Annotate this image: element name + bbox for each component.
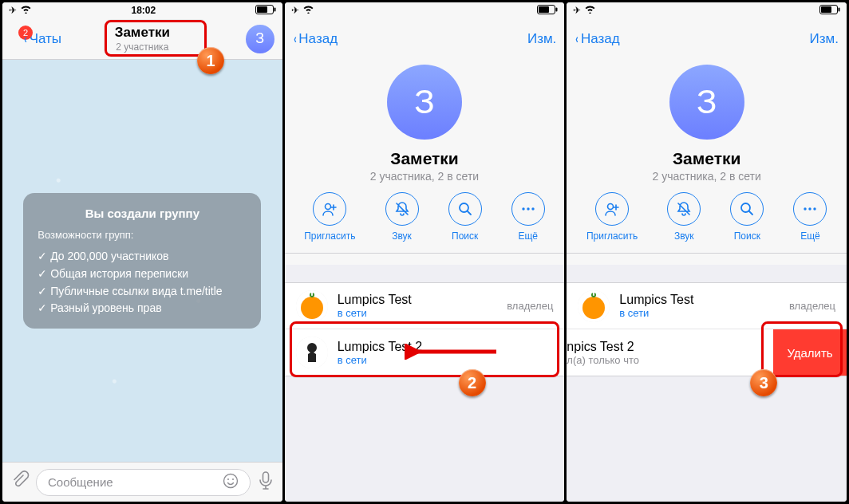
chevron-left-icon: ‹ — [24, 31, 26, 47]
members-list: Lumpics Test в сети владелец npics Test … — [567, 282, 847, 376]
more-label: Ещё — [800, 230, 820, 242]
svg-point-10 — [326, 204, 331, 210]
mute-icon — [385, 192, 419, 226]
airplane-icon: ✈ — [573, 5, 581, 16]
svg-point-13 — [527, 207, 529, 210]
svg-point-11 — [460, 203, 468, 212]
member-name: Lumpics Test — [619, 293, 789, 307]
more-button[interactable]: Ещё — [511, 192, 545, 242]
action-row: Пригласить Звук Поиск Ещё — [567, 183, 847, 254]
more-button[interactable]: Ещё — [793, 192, 827, 242]
svg-rect-20 — [821, 6, 831, 13]
phone-screen-2: ✈ ‹ Назад Изм. З Заметки 2 участника, 2 … — [285, 2, 565, 502]
back-button[interactable]: ‹ Назад — [575, 31, 619, 47]
svg-rect-21 — [839, 7, 840, 11]
member-status: в сети — [338, 307, 507, 319]
service-message: Вы создали группу Возможности групп: До … — [23, 193, 261, 329]
group-subtitle: 2 участника, 2 в сети — [567, 170, 847, 183]
member-status: в сети — [338, 354, 554, 366]
status-time: 18:02 — [131, 5, 156, 16]
svg-rect-1 — [257, 6, 267, 13]
svg-point-4 — [227, 478, 229, 480]
svg-point-22 — [608, 204, 614, 210]
mute-icon — [667, 192, 701, 226]
search-icon — [448, 192, 482, 226]
phone-screen-3: ✈ ‹ Назад Изм. З Заметки 2 участника, 2 … — [567, 2, 847, 502]
sticker-icon[interactable] — [223, 473, 239, 491]
svg-rect-9 — [556, 7, 558, 11]
back-label: Назад — [298, 31, 338, 47]
svg-rect-8 — [539, 6, 549, 13]
mic-icon[interactable] — [257, 471, 274, 494]
edit-button[interactable]: Изм. — [527, 31, 556, 47]
svg-point-16 — [301, 297, 323, 319]
chevron-left-icon: ‹ — [294, 31, 296, 47]
svg-point-23 — [741, 203, 750, 212]
message-placeholder: Сообщение — [48, 475, 113, 489]
battery-icon — [255, 5, 276, 17]
chat-avatar[interactable]: З — [246, 25, 274, 53]
status-bar: ✈ 18:02 — [2, 2, 282, 18]
delete-label: Удалить — [787, 346, 832, 360]
nav-bar: ‹ Назад Изм. — [285, 18, 565, 60]
member-avatar-orange — [578, 290, 610, 322]
back-button[interactable]: 2 ‹ Чаты — [10, 31, 61, 47]
invite-button[interactable]: Пригласить — [304, 192, 355, 242]
wifi-icon — [20, 5, 32, 16]
search-button[interactable]: Поиск — [730, 192, 764, 242]
sound-label: Звук — [674, 230, 694, 242]
member-role: владелец — [789, 300, 835, 312]
svg-point-12 — [522, 207, 524, 210]
battery-icon — [819, 5, 840, 17]
member-row[interactable]: Lumpics Test в сети владелец — [285, 283, 565, 329]
invite-label: Пригласить — [586, 230, 638, 242]
wifi-icon — [584, 5, 596, 16]
members-list: Lumpics Test в сети владелец Lumpics Tes… — [285, 282, 565, 376]
more-label: Ещё — [518, 230, 538, 242]
search-label: Поиск — [734, 230, 760, 242]
search-label: Поиск — [452, 230, 478, 242]
member-name: Lumpics Test — [338, 293, 507, 307]
back-button[interactable]: ‹ Назад — [293, 31, 338, 47]
group-subtitle: 2 участника, 2 в сети — [285, 170, 565, 183]
status-bar: ✈ — [567, 2, 847, 18]
member-row[interactable]: Lumpics Test 2 в сети — [285, 329, 565, 376]
svg-point-24 — [804, 207, 807, 210]
more-icon — [793, 192, 827, 226]
battery-icon — [537, 5, 558, 17]
member-avatar-orange — [296, 290, 328, 322]
search-button[interactable]: Поиск — [448, 192, 482, 242]
bubble-title: Вы создали группу — [38, 204, 247, 222]
feature-item: До 200,000 участников — [38, 248, 247, 266]
member-name: Lumpics Test 2 — [338, 340, 554, 354]
edit-button[interactable]: Изм. — [810, 31, 839, 47]
chat-area: Вы создали группу Возможности групп: До … — [2, 60, 282, 462]
invite-button[interactable]: Пригласить — [586, 192, 638, 242]
sound-label: Звук — [392, 230, 412, 242]
profile-header: З Заметки 2 участника, 2 в сети Пригласи… — [285, 60, 565, 265]
status-bar: ✈ — [285, 2, 565, 18]
sound-button[interactable]: Звук — [667, 192, 701, 242]
member-row[interactable]: Lumpics Test в сети владелец — [567, 283, 847, 329]
action-row: Пригласить Звук Поиск Ещё — [285, 183, 565, 254]
invite-label: Пригласить — [304, 230, 355, 242]
group-avatar[interactable]: З — [387, 65, 462, 140]
invite-icon — [595, 192, 629, 226]
nav-bar: ‹ Назад Изм. — [567, 18, 847, 60]
feature-item: Разный уровень прав — [38, 300, 247, 317]
sound-button[interactable]: Звук — [385, 192, 419, 242]
svg-point-26 — [814, 207, 816, 210]
delete-button[interactable]: Удалить — [773, 329, 847, 376]
svg-point-5 — [232, 478, 234, 480]
nav-bar: 2 ‹ Чаты Заметки 2 участника З — [2, 18, 282, 60]
member-avatar-silhouette — [296, 337, 328, 368]
group-avatar[interactable]: З — [669, 65, 744, 140]
svg-point-3 — [223, 474, 237, 488]
svg-rect-2 — [274, 7, 275, 11]
attach-icon[interactable] — [10, 471, 30, 494]
member-row-swiped[interactable]: npics Test 2 л(а) только что Удалить — [567, 329, 847, 376]
profile-body: З Заметки 2 участника, 2 в сети Пригласи… — [285, 60, 565, 502]
bubble-sub: Возможности групп: — [38, 227, 247, 243]
profile-header: З Заметки 2 участника, 2 в сети Пригласи… — [567, 60, 847, 265]
message-input[interactable]: Сообщение — [36, 469, 251, 496]
